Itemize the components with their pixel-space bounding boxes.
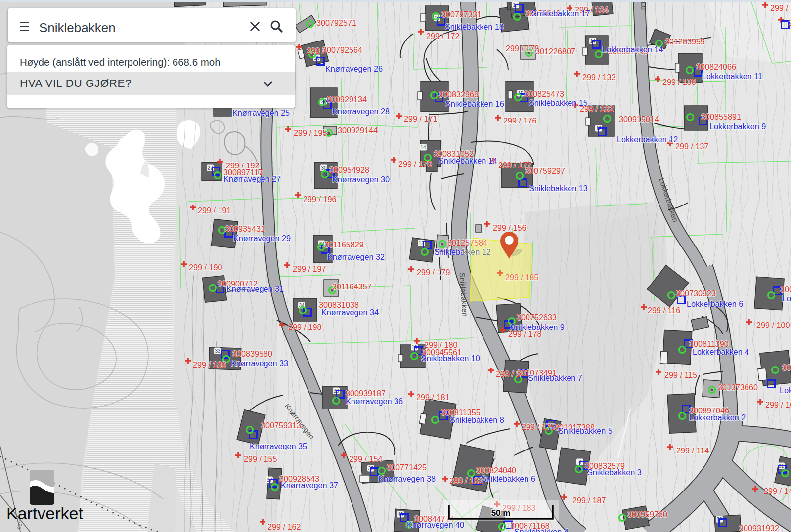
svg-text:301257584: 301257584 (447, 238, 487, 247)
svg-text:300929144: 300929144 (338, 126, 378, 135)
svg-text:300792564: 300792564 (322, 45, 362, 54)
svg-text:301373660: 301373660 (718, 383, 758, 392)
svg-text:299 / 185: 299 / 185 (505, 273, 539, 282)
svg-text:299 / 182: 299 / 182 (449, 476, 483, 485)
svg-text:299 / 1: 299 / 1 (770, 3, 791, 12)
svg-text:Knørravegen 25: Knørravegen 25 (232, 108, 290, 117)
svg-text:299 / 181: 299 / 181 (416, 393, 450, 402)
svg-text:300897: 300897 (780, 285, 791, 294)
svg-text:299 / 171: 299 / 171 (404, 114, 438, 123)
svg-text:Knørravegen 32: Knørravegen 32 (327, 252, 385, 261)
svg-text:Sniklebakken 5: Sniklebakken 5 (558, 426, 613, 435)
svg-text:300839580: 300839580 (232, 349, 272, 358)
svg-text:Lok: Lok (780, 386, 791, 395)
svg-text:Sniklebakken 10: Sniklebakken 10 (421, 354, 480, 363)
svg-text:300935431: 300935431 (225, 224, 265, 233)
svg-text:299 / 190: 299 / 190 (189, 263, 222, 272)
svg-text:300759313: 300759313 (261, 421, 301, 430)
svg-text:14: 14 (420, 145, 426, 150)
svg-text:299 / 116: 299 / 116 (648, 306, 680, 315)
svg-text:Sniklebakken 7: Sniklebakken 7 (528, 373, 582, 382)
svg-text:33: 33 (215, 348, 220, 354)
svg-text:300730923: 300730923 (676, 289, 716, 298)
svg-text:Knørravegen 30: Knørravegen 30 (332, 175, 390, 184)
svg-text:299 / 173: 299 / 173 (506, 44, 539, 53)
svg-text:Sniklebakken 13: Sniklebakken 13 (529, 184, 588, 193)
svg-text:300915014: 300915014 (619, 115, 659, 123)
svg-text:300954928: 300954928 (329, 165, 369, 174)
svg-text:301165829: 301165829 (324, 240, 364, 249)
svg-text:Sniklebakken 3: Sniklebakken 3 (587, 468, 642, 477)
svg-text:299 / 14: 299 / 14 (764, 487, 791, 495)
svg-text:301283959: 301283959 (665, 37, 705, 46)
svg-text:299 / 156: 299 / 156 (493, 223, 527, 232)
svg-text:kken 12: kken 12 (463, 247, 491, 256)
svg-text:299 / 162: 299 / 162 (267, 522, 301, 531)
svg-text:300792571: 300792571 (316, 18, 356, 27)
svg-text:Knørravegen 34: Knørravegen 34 (321, 308, 379, 317)
svg-text:Knørravegen 27: Knørravegen 27 (223, 174, 281, 183)
svg-text:3008: 3008 (782, 363, 791, 372)
svg-text:299 / 154: 299 / 154 (349, 454, 383, 463)
svg-text:299 / 115: 299 / 115 (664, 370, 697, 379)
svg-text:Knørravegen 37: Knørravegen 37 (281, 481, 338, 490)
svg-text:299 / 10: 299 / 10 (765, 400, 791, 409)
svg-text:299 / 191: 299 / 191 (198, 206, 231, 215)
svg-text:Lokkerbakken 12: Lokkerbakken 12 (617, 135, 678, 144)
svg-text:299 / 170: 299 / 170 (398, 160, 432, 168)
svg-text:299 / 172: 299 / 172 (426, 32, 460, 41)
svg-text:2: 2 (789, 18, 791, 27)
svg-text:300959760: 300959760 (627, 510, 667, 519)
svg-text:301164357: 301164357 (332, 282, 372, 291)
svg-text:299 / 114: 299 / 114 (676, 446, 709, 455)
svg-text:300855891: 300855891 (701, 112, 741, 121)
svg-text:300931932: 300931932 (739, 524, 779, 532)
svg-text:300752633: 300752633 (517, 313, 557, 322)
svg-text:299 / 155: 299 / 155 (244, 454, 277, 463)
svg-text:Lokkerbakken 6: Lokkerbakken 6 (687, 299, 743, 308)
svg-text:300759297: 300759297 (525, 166, 565, 175)
svg-text:299 / 187: 299 / 187 (572, 496, 606, 505)
svg-text:Lo: Lo (782, 294, 791, 303)
svg-text:Snikleba: Snikleba (434, 247, 465, 256)
svg-text:Sniklebakken 6: Sniklebakken 6 (481, 474, 535, 483)
svg-text:299 / 195: 299 / 195 (294, 128, 327, 137)
svg-text:Lokkerbakken 9: Lokkerbakken 9 (709, 122, 766, 131)
svg-text:Knørravegen 26: Knørravegen 26 (325, 64, 383, 73)
svg-text:Knørravegen 31: Knørravegen 31 (226, 285, 284, 293)
svg-text:300787331: 300787331 (441, 10, 482, 19)
svg-text:Sniklebakken 18: Sniklebakken 18 (445, 22, 504, 31)
svg-text:300832969: 300832969 (439, 90, 479, 99)
svg-text:300824040: 300824040 (476, 466, 516, 475)
svg-text:Sniklebakken 16: Sniklebakken 16 (445, 99, 504, 108)
svg-text:Lokkerbakken 11: Lokkerbakken 11 (702, 72, 762, 81)
svg-text:Lokkerbakken 2: Lokkerbakken 2 (689, 413, 746, 422)
svg-text:Sniklebakken 8: Sniklebakken 8 (450, 415, 504, 424)
svg-text:299 / 137: 299 / 137 (675, 142, 709, 151)
svg-text:300824066: 300824066 (696, 62, 736, 71)
svg-text:Sniklebakken 9: Sniklebakken 9 (510, 323, 565, 331)
svg-text:Lo: Lo (639, 1, 649, 10)
svg-text:Knørravegen 35: Knørravegen 35 (250, 442, 307, 450)
svg-text:300929134: 300929134 (327, 95, 367, 104)
svg-text:299 / 198: 299 / 198 (288, 323, 322, 331)
svg-text:Lokkerbakken 14: Lokkerbakken 14 (602, 45, 663, 54)
svg-text:Knørravegen 36: Knørravegen 36 (346, 397, 403, 406)
svg-text:Knørravegen 28: Knørravegen 28 (332, 107, 390, 116)
svg-text:299 / 179: 299 / 179 (417, 268, 450, 277)
svg-text:50 m: 50 m (491, 508, 511, 518)
svg-text:Sniklebakken 15: Sniklebakken 15 (529, 98, 588, 107)
svg-text:Knørravegen 38: Knørravegen 38 (378, 474, 436, 483)
svg-text:Lokkerbakken 4: Lokkerbakken 4 (693, 347, 749, 356)
svg-text:Sniklebakken 17: Sniklebakken 17 (531, 9, 590, 18)
svg-text:Knørravegen 33: Knørravegen 33 (231, 359, 288, 368)
svg-text:Sniklebakken 4: Sniklebakken 4 (514, 527, 569, 532)
svg-text:Kartverket: Kartverket (6, 504, 83, 523)
svg-text:299 / 176: 299 / 176 (503, 116, 537, 125)
svg-text:299 / 100: 299 / 100 (756, 321, 790, 329)
svg-text:299 / 189: 299 / 189 (193, 360, 226, 369)
svg-text:Sniklebakken 14: Sniklebakken 14 (439, 156, 497, 165)
svg-text:300771425: 300771425 (387, 463, 427, 472)
svg-text:299 / 133: 299 / 133 (582, 73, 616, 82)
svg-text:Knørravegen 29: Knørravegen 29 (233, 234, 291, 243)
